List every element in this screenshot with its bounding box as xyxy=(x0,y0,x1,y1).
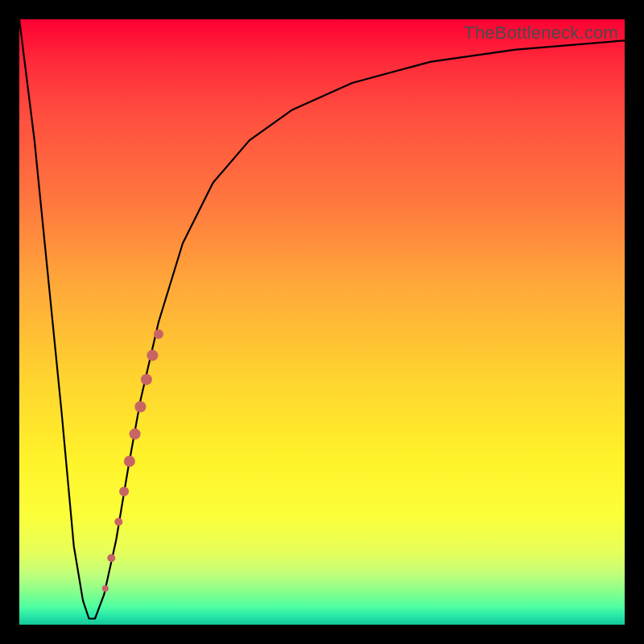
highlight-dot xyxy=(130,428,141,440)
highlight-dot xyxy=(141,374,152,385)
chart-frame: TheBottleneck.com xyxy=(0,0,644,644)
highlight-dots xyxy=(102,329,163,592)
chart-svg xyxy=(19,19,625,625)
plot-area: TheBottleneck.com xyxy=(19,19,625,625)
watermark-text: TheBottleneck.com xyxy=(464,23,618,43)
highlight-dot xyxy=(107,554,115,562)
highlight-dot xyxy=(119,487,129,497)
highlight-dot xyxy=(124,456,135,467)
highlight-dot xyxy=(102,585,109,592)
bottleneck-curve xyxy=(19,19,625,619)
highlight-dot xyxy=(154,329,163,339)
highlight-dot xyxy=(134,401,146,412)
highlight-dot xyxy=(114,518,122,526)
highlight-dot xyxy=(147,349,158,361)
